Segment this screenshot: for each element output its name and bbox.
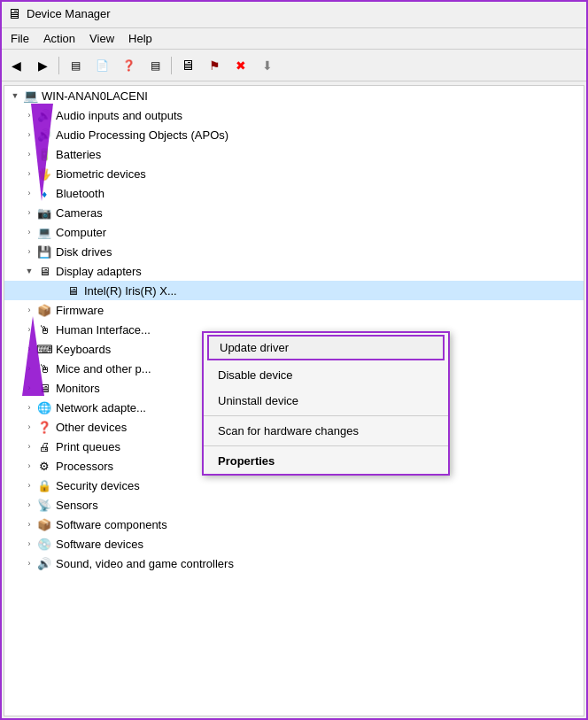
toggle-software-devices[interactable]: › bbox=[22, 537, 36, 551]
toolbar-btn-8[interactable]: ⬇ bbox=[255, 53, 280, 78]
toolbar-btn-5[interactable]: 🖥 bbox=[175, 53, 200, 78]
computer-label: Computer bbox=[56, 226, 106, 239]
toggle-other-devices[interactable]: › bbox=[22, 420, 36, 434]
back-button[interactable]: ◀ bbox=[4, 53, 28, 78]
tree-item-audio-inputs[interactable]: › 🔊 Audio inputs and outputs bbox=[4, 105, 584, 125]
audio-processing-icon: 🔊 bbox=[36, 127, 52, 143]
monitors-label: Monitors bbox=[56, 382, 100, 395]
context-menu-update-driver[interactable]: Update driver bbox=[207, 335, 445, 360]
tree-item-cameras[interactable]: › 📷 Cameras bbox=[4, 203, 584, 222]
tree-item-disk-drives[interactable]: › 💾 Disk drives bbox=[4, 242, 584, 261]
tree-item-intel-iris[interactable]: 🖥 Intel(R) Iris(R) X... bbox=[4, 281, 584, 300]
menu-action[interactable]: Action bbox=[36, 30, 82, 47]
toggle-cameras[interactable]: › bbox=[22, 205, 36, 220]
software-devices-label: Software devices bbox=[56, 538, 143, 551]
biometric-icon: 🖐 bbox=[36, 166, 52, 182]
sound-video-icon: 🔊 bbox=[36, 555, 52, 571]
toolbar-btn-1[interactable]: ▤ bbox=[63, 53, 88, 78]
toolbar-btn-2[interactable]: 📄 bbox=[89, 53, 114, 78]
context-menu-separator-2 bbox=[204, 445, 448, 446]
tree-root[interactable]: ▼ 💻 WIN-ANAN0LACENI bbox=[4, 86, 584, 105]
root-toggle[interactable]: ▼ bbox=[8, 89, 22, 103]
toggle-human-interface[interactable]: › bbox=[22, 322, 36, 337]
title-bar-text: Device Manager bbox=[27, 7, 111, 20]
context-menu-disable-device[interactable]: Disable device bbox=[204, 362, 448, 388]
forward-button[interactable]: ▶ bbox=[30, 53, 55, 78]
security-devices-label: Security devices bbox=[56, 479, 140, 492]
toggle-bluetooth[interactable]: › bbox=[22, 186, 36, 200]
firmware-icon: 📦 bbox=[36, 302, 52, 318]
tree-item-sound-video[interactable]: › 🔊 Sound, video and game controllers bbox=[4, 554, 584, 573]
tree-item-security-devices[interactable]: › 🔒 Security devices bbox=[4, 476, 584, 495]
bluetooth-label: Bluetooth bbox=[56, 187, 104, 200]
tree-item-software-components[interactable]: › 📦 Software components bbox=[4, 515, 584, 534]
tree-item-firmware[interactable]: › 📦 Firmware bbox=[4, 300, 584, 320]
software-components-icon: 📦 bbox=[36, 516, 52, 532]
software-devices-icon: 💿 bbox=[36, 536, 52, 552]
disk-drives-label: Disk drives bbox=[56, 245, 112, 259]
intel-iris-label: Intel(R) Iris(R) X... bbox=[84, 284, 177, 298]
toggle-computer[interactable]: › bbox=[22, 225, 36, 239]
toggle-security-devices[interactable]: › bbox=[22, 478, 36, 492]
tree-item-computer[interactable]: › 💻 Computer bbox=[4, 222, 584, 242]
mice-icon: 🖱 bbox=[36, 360, 52, 376]
audio-inputs-label: Audio inputs and outputs bbox=[56, 109, 182, 122]
toggle-firmware[interactable]: › bbox=[22, 303, 36, 317]
toggle-batteries[interactable]: › bbox=[22, 147, 36, 161]
context-menu-separator-1 bbox=[204, 415, 448, 416]
tree-item-audio-processing[interactable]: › 🔊 Audio Processing Objects (APOs) bbox=[4, 125, 584, 144]
tree-item-batteries[interactable]: › 🔋 Batteries bbox=[4, 144, 584, 164]
batteries-icon: 🔋 bbox=[36, 146, 52, 162]
toggle-biometric[interactable]: › bbox=[22, 166, 36, 181]
menu-help[interactable]: Help bbox=[121, 30, 159, 47]
toggle-mice[interactable]: › bbox=[22, 361, 36, 375]
print-queues-icon: 🖨 bbox=[36, 438, 52, 454]
menu-view[interactable]: View bbox=[82, 30, 121, 47]
cameras-label: Cameras bbox=[56, 206, 103, 220]
sensors-icon: 📡 bbox=[36, 497, 52, 513]
context-menu-scan-hardware[interactable]: Scan for hardware changes bbox=[204, 418, 448, 444]
tree-item-biometric[interactable]: › 🖐 Biometric devices bbox=[4, 164, 584, 183]
toolbar: ◀ ▶ ▤ 📄 ❓ ▤ 🖥 ⚑ ✖ ⬇ bbox=[0, 50, 588, 81]
audio-processing-label: Audio Processing Objects (APOs) bbox=[56, 128, 228, 142]
toggle-sound-video[interactable]: › bbox=[22, 556, 36, 570]
processors-icon: ⚙ bbox=[36, 458, 52, 474]
sound-video-label: Sound, video and game controllers bbox=[56, 557, 234, 570]
menu-file[interactable]: File bbox=[4, 30, 36, 47]
toggle-disk-drives[interactable]: › bbox=[22, 244, 36, 259]
batteries-label: Batteries bbox=[56, 148, 101, 161]
context-menu-uninstall-device[interactable]: Uninstall device bbox=[204, 388, 448, 414]
toggle-keyboards[interactable]: › bbox=[22, 342, 36, 356]
toolbar-btn-6[interactable]: ⚑ bbox=[202, 53, 227, 78]
intel-iris-icon: 🖥 bbox=[65, 283, 81, 298]
monitors-icon: 🖥 bbox=[36, 380, 52, 396]
other-devices-icon: ❓ bbox=[36, 419, 52, 435]
toolbar-btn-7[interactable]: ✖ bbox=[228, 53, 253, 78]
toggle-print-queues[interactable]: › bbox=[22, 439, 36, 453]
toggle-display-adapters[interactable]: ▼ bbox=[22, 264, 36, 278]
audio-inputs-icon: 🔊 bbox=[36, 107, 52, 123]
tree-item-sensors[interactable]: › 📡 Sensors bbox=[4, 495, 584, 515]
computer-tree-icon: 💻 bbox=[36, 224, 52, 240]
software-components-label: Software components bbox=[56, 518, 167, 531]
toggle-software-components[interactable]: › bbox=[22, 517, 36, 531]
context-menu-properties[interactable]: Properties bbox=[204, 448, 448, 474]
toolbar-btn-3[interactable]: ❓ bbox=[116, 53, 141, 78]
title-bar-icon: 🖥 bbox=[7, 6, 21, 22]
toggle-audio-processing[interactable]: › bbox=[22, 128, 36, 142]
tree-item-software-devices[interactable]: › 💿 Software devices bbox=[4, 534, 584, 554]
keyboards-label: Keyboards bbox=[56, 343, 111, 356]
toggle-network-adapters[interactable]: › bbox=[22, 400, 36, 414]
toggle-sensors[interactable]: › bbox=[22, 498, 36, 512]
toggle-processors[interactable]: › bbox=[22, 459, 36, 473]
keyboards-icon: ⌨ bbox=[36, 341, 52, 357]
computer-icon: 💻 bbox=[22, 88, 38, 104]
tree-item-display-adapters[interactable]: ▼ 🖥 Display adapters bbox=[4, 261, 584, 281]
menu-bar: File Action View Help bbox=[0, 28, 588, 50]
tree-item-bluetooth[interactable]: › ⬧ Bluetooth bbox=[4, 183, 584, 203]
toggle-monitors[interactable]: › bbox=[22, 381, 36, 395]
toolbar-btn-4[interactable]: ▤ bbox=[143, 53, 167, 78]
toggle-audio-inputs[interactable]: › bbox=[22, 108, 36, 122]
main-area: ▼ 💻 WIN-ANAN0LACENI › 🔊 Audio inputs and… bbox=[0, 81, 588, 720]
mice-label: Mice and other p... bbox=[56, 362, 151, 375]
